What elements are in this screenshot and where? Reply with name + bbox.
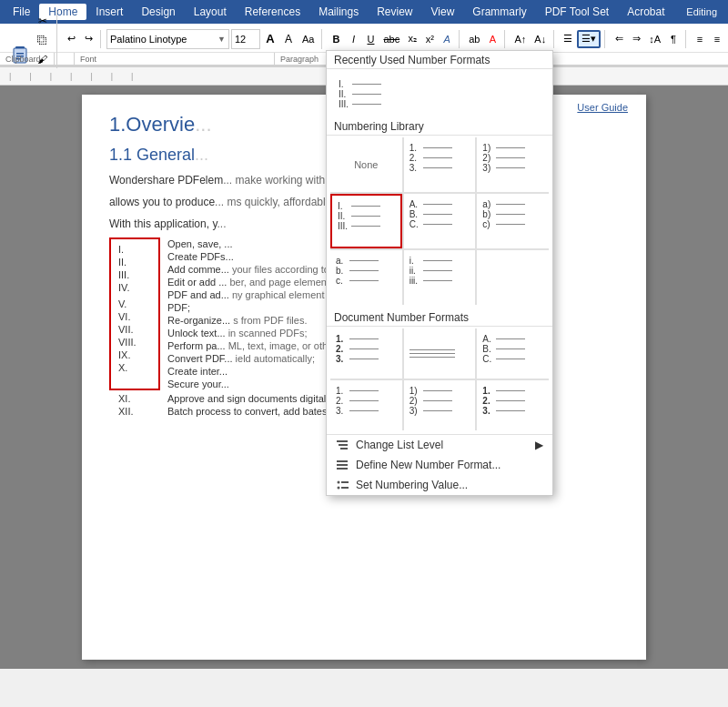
copy-button[interactable]: ⿻ [34,31,51,49]
sort-button[interactable]: ↕A [645,30,664,48]
format-alpha-upper[interactable]: A. B. C. [404,194,476,248]
italic-button[interactable]: I [345,30,361,48]
underline-button[interactable]: U [362,30,379,48]
editing-mode-label: Editing [679,5,724,19]
menu-view[interactable]: View [422,4,464,20]
menu-review[interactable]: Review [368,4,421,20]
menu-references[interactable]: References [236,4,309,20]
decrease-indent-button[interactable]: ⇐ [611,30,627,48]
svg-rect-10 [337,460,348,462]
change-list-level-arrow: ▶ [535,439,543,451]
redo-button[interactable]: ↪ [80,30,96,48]
svg-rect-14 [341,481,349,483]
strikethrough-button[interactable]: abc [379,30,403,48]
text-effects-button[interactable]: A [439,30,455,48]
clear-format-button[interactable]: Aa [298,30,318,48]
recently-used-header: Recently Used Number Formats [327,51,552,69]
show-hide-button[interactable]: ¶ [665,30,682,48]
doc-format-4[interactable]: 1. 2. 3. [330,380,402,430]
font-name-box[interactable]: Palatino Linotype ▼ [106,29,229,49]
change-list-level-label: Change List Level [356,439,443,451]
menu-insert[interactable]: Insert [86,4,132,20]
menu-mailings[interactable]: Mailings [309,4,368,20]
svg-rect-16 [341,487,349,489]
doc-number-header: Document Number Formats [327,308,552,327]
increase-indent-button[interactable]: ⇒ [628,30,644,48]
text-highlight-button[interactable]: ab [465,30,483,48]
doc-format-5[interactable]: 1) 2) 3) [404,380,476,430]
svg-rect-7 [337,440,348,442]
grow-text-button[interactable]: A↑ [511,30,530,48]
numbering-dropdown: Recently Used Number Formats I. II. III.… [326,50,553,496]
shrink-text-button[interactable]: A↓ [531,30,550,48]
svg-point-13 [338,481,340,484]
font-color-button[interactable]: A [484,30,500,48]
doc-format-6[interactable]: 1. 2. 3. [477,380,549,430]
doc-format-2[interactable] [404,328,476,379]
user-guide-link[interactable]: User Guide [577,102,628,113]
format-numeric[interactable]: 1. 2. 3. [404,137,476,192]
menu-design[interactable]: Design [132,4,184,20]
bold-button[interactable]: B [328,30,344,48]
menu-pdftoolset[interactable]: PDF Tool Set [536,4,618,20]
define-new-format-label: Define New Number Format... [356,459,500,471]
bullets-button[interactable]: ☰ [560,30,576,48]
format-paren[interactable]: 1) 2) 3) [477,137,549,192]
subscript-button[interactable]: x₂ [404,30,420,48]
format-none[interactable]: None [330,137,402,192]
list-roman-numbers: I. II. III. IV. V. VI. VII. VIII. IX. X. [109,237,160,390]
svg-rect-9 [340,448,348,449]
svg-rect-12 [337,468,348,470]
grow-font-button[interactable]: A [262,30,278,48]
undo-label [55,53,75,65]
numbering-library-header: Numbering Library [327,117,552,136]
doc-number-grid: 1. 2. 3. A. B. C. 1. 2. 3. 1) 2) [330,328,549,430]
menu-layout[interactable]: Layout [185,4,236,20]
dropdown-actions: Change List Level ▶ Define New Number Fo… [327,434,552,495]
doc-format-1[interactable]: 1. 2. 3. [330,328,402,379]
font-label: Font [75,53,275,65]
change-list-level-action[interactable]: Change List Level ▶ [327,435,552,455]
set-numbering-value-label: Set Numbering Value... [356,479,468,491]
shrink-font-button[interactable]: A [280,30,297,48]
set-numbering-value-action[interactable]: Set Numbering Value... [327,475,552,495]
recently-used-item[interactable]: I. II. III. [334,75,386,114]
numbering-library-grid: None 1. 2. 3. 1) 2) 3) I. II. III. A. B.… [330,137,549,305]
define-new-format-action[interactable]: Define New Number Format... [327,455,552,475]
format-roman[interactable]: I. II. III. [330,194,402,248]
format-alpha-lower-paren[interactable]: a) b) c) [477,194,549,248]
menu-acrobat[interactable]: Acrobat [618,4,673,20]
menu-bar: File Home Insert Design Layout Reference… [0,0,728,24]
recently-used-section: I. II. III. [327,71,552,117]
clipboard-label: Clipboard [0,53,55,65]
format-roman-lower[interactable]: i. ii. iii. [404,250,476,305]
undo-button[interactable]: ↩ [63,30,79,48]
doc-format-3[interactable]: A. B. C. [477,328,549,379]
svg-rect-11 [337,464,348,466]
format-alpha-lower-dot[interactable]: a. b. c. [330,250,402,305]
menu-grammarly[interactable]: Grammarly [463,4,535,20]
cut-button[interactable]: ✂ [34,12,51,30]
format-empty[interactable] [477,250,549,305]
svg-point-15 [338,487,340,490]
numbering-button[interactable]: ☰▾ [577,30,601,48]
superscript-button[interactable]: x² [421,30,438,48]
svg-rect-8 [339,444,348,446]
font-size-box[interactable]: 12 [231,29,260,49]
align-center-button[interactable]: ≡ [709,30,725,48]
align-left-button[interactable]: ≡ [692,30,708,48]
